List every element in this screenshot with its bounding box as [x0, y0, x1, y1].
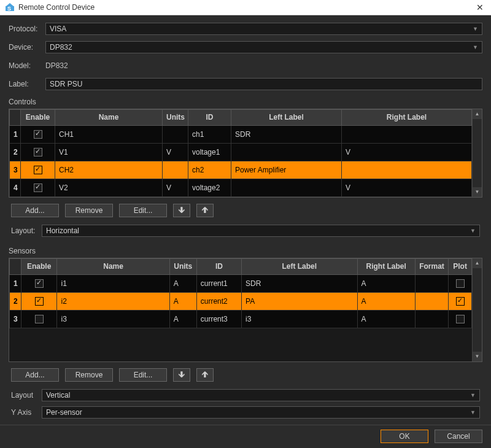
left-label-cell[interactable]: Power Amplifier: [231, 161, 342, 179]
checkbox-icon[interactable]: [35, 315, 44, 323]
name-cell[interactable]: CH2: [55, 161, 163, 179]
right-label-cell[interactable]: A: [357, 310, 415, 328]
plot-cell[interactable]: [449, 274, 472, 292]
sensors-move-down-button[interactable]: 🡳: [173, 368, 190, 382]
checkbox-icon[interactable]: [35, 279, 44, 288]
id-cell[interactable]: current1: [196, 274, 241, 292]
plot-cell[interactable]: [449, 292, 472, 310]
name-cell[interactable]: V1: [55, 143, 163, 161]
checkbox-icon[interactable]: [456, 315, 465, 323]
format-cell[interactable]: [415, 292, 448, 310]
sensors-remove-button[interactable]: Remove: [65, 368, 113, 382]
enable-cell[interactable]: [21, 292, 57, 310]
scroll-down-icon[interactable]: ▼: [473, 187, 482, 197]
col-right-label[interactable]: Right Label: [357, 258, 415, 274]
units-cell[interactable]: V: [163, 143, 188, 161]
checkbox-icon[interactable]: [456, 279, 465, 288]
sensors-edit-button[interactable]: Edit...: [119, 368, 167, 382]
col-right-label[interactable]: Right Label: [342, 109, 472, 125]
id-cell[interactable]: current2: [196, 292, 241, 310]
controls-edit-button[interactable]: Edit...: [119, 204, 167, 217]
col-left-label[interactable]: Left Label: [242, 258, 358, 274]
col-id[interactable]: ID: [188, 109, 231, 125]
sensors-yaxis-combo[interactable]: Per-sensor ▼: [42, 406, 480, 419]
id-cell[interactable]: voltage2: [188, 179, 231, 196]
device-combo[interactable]: DP832 ▼: [45, 41, 482, 53]
protocol-combo[interactable]: VISA ▼: [45, 23, 482, 35]
left-label-cell[interactable]: i3: [242, 310, 358, 328]
checkbox-icon[interactable]: [34, 183, 42, 192]
col-name[interactable]: Name: [55, 109, 163, 125]
controls-remove-button[interactable]: Remove: [65, 204, 113, 217]
units-cell[interactable]: A: [169, 310, 196, 328]
id-cell[interactable]: ch1: [188, 125, 231, 143]
format-cell[interactable]: [415, 274, 448, 292]
id-cell[interactable]: current3: [196, 310, 241, 328]
controls-move-up-button[interactable]: 🡱: [196, 204, 214, 217]
right-label-cell[interactable]: V: [342, 143, 472, 161]
name-cell[interactable]: V2: [55, 179, 163, 196]
left-label-cell[interactable]: PA: [242, 292, 358, 310]
col-plot[interactable]: Plot: [449, 258, 472, 274]
right-label-cell[interactable]: [342, 161, 472, 179]
id-cell[interactable]: voltage1: [188, 143, 231, 161]
table-row[interactable]: 3CH2ch2Power Amplifier: [10, 161, 472, 179]
col-units[interactable]: Units: [169, 258, 196, 274]
id-cell[interactable]: ch2: [188, 161, 231, 179]
table-row[interactable]: 2i2Acurrent2PAA: [10, 292, 472, 310]
left-label-cell[interactable]: [231, 179, 342, 196]
sensors-move-up-button[interactable]: 🡱: [196, 368, 214, 382]
units-cell[interactable]: A: [169, 274, 196, 292]
sensors-layout-combo[interactable]: Vertical ▼: [42, 389, 480, 401]
controls-layout-combo[interactable]: Horizontal ▼: [42, 225, 480, 237]
checkbox-icon[interactable]: [34, 148, 42, 156]
col-units[interactable]: Units: [163, 109, 188, 125]
scroll-down-icon[interactable]: ▼: [473, 352, 482, 361]
sensors-scrollbar[interactable]: ▲ ▼: [472, 258, 482, 361]
right-label-cell[interactable]: V: [342, 179, 472, 196]
col-enable[interactable]: Enable: [21, 109, 55, 125]
checkbox-icon[interactable]: [34, 166, 42, 174]
right-label-cell[interactable]: [342, 125, 472, 143]
scroll-up-icon[interactable]: ▲: [473, 258, 482, 268]
checkbox-icon[interactable]: [456, 297, 465, 306]
name-cell[interactable]: i3: [57, 310, 169, 328]
enable-cell[interactable]: [21, 179, 55, 196]
right-label-cell[interactable]: A: [357, 292, 415, 310]
enable-cell[interactable]: [21, 274, 57, 292]
enable-cell[interactable]: [21, 125, 55, 143]
units-cell[interactable]: [163, 125, 188, 143]
col-name[interactable]: Name: [57, 258, 169, 274]
table-row[interactable]: 4V2Vvoltage2V: [10, 179, 472, 196]
table-row[interactable]: 1i1Acurrent1SDRA: [10, 274, 472, 292]
name-cell[interactable]: CH1: [55, 125, 163, 143]
units-cell[interactable]: [163, 161, 188, 179]
enable-cell[interactable]: [21, 310, 57, 328]
ok-button[interactable]: OK: [381, 430, 428, 443]
label-input[interactable]: SDR PSU: [45, 78, 482, 90]
enable-cell[interactable]: [21, 143, 55, 161]
left-label-cell[interactable]: SDR: [242, 274, 358, 292]
controls-move-down-button[interactable]: 🡳: [173, 204, 190, 217]
col-left-label[interactable]: Left Label: [231, 109, 342, 125]
left-label-cell[interactable]: SDR: [231, 125, 342, 143]
table-row[interactable]: 3i3Acurrent3i3A: [10, 310, 472, 328]
units-cell[interactable]: V: [163, 179, 188, 196]
cancel-button[interactable]: Cancel: [435, 430, 482, 443]
units-cell[interactable]: A: [169, 292, 196, 310]
col-enable[interactable]: Enable: [21, 258, 57, 274]
enable-cell[interactable]: [21, 161, 55, 179]
controls-scrollbar[interactable]: ▲ ▼: [472, 109, 482, 197]
name-cell[interactable]: i1: [57, 274, 169, 292]
close-icon[interactable]: ✕: [474, 2, 486, 12]
left-label-cell[interactable]: [231, 143, 342, 161]
right-label-cell[interactable]: A: [357, 274, 415, 292]
controls-add-button[interactable]: Add...: [11, 204, 59, 217]
col-id[interactable]: ID: [196, 258, 241, 274]
table-row[interactable]: 1CH1ch1SDR: [10, 125, 472, 143]
scroll-up-icon[interactable]: ▲: [473, 109, 482, 119]
format-cell[interactable]: [415, 310, 448, 328]
table-row[interactable]: 2V1Vvoltage1V: [10, 143, 472, 161]
name-cell[interactable]: i2: [57, 292, 169, 310]
plot-cell[interactable]: [449, 310, 472, 328]
